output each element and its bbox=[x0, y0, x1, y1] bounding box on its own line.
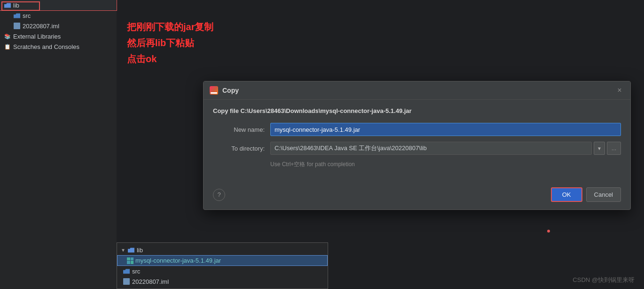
bottom-src-folder-icon bbox=[123, 267, 130, 275]
bottom-folder-icon bbox=[127, 246, 135, 254]
copy-dialog: Copy × Copy file C:\Users\28463\Download… bbox=[203, 81, 631, 210]
dialog-app-icon bbox=[209, 86, 219, 95]
annotation-line1: 把刚刚下载的jar复制 bbox=[127, 19, 213, 35]
ok-button[interactable]: OK bbox=[551, 187, 582, 202]
to-directory-label: To directory: bbox=[213, 145, 265, 152]
tree-item-scratches[interactable]: 📋 Scratches and Consoles bbox=[0, 41, 117, 52]
dialog-file-path: Copy file C:\Users\28463\Downloads\mysql… bbox=[213, 107, 621, 114]
directory-browse-button[interactable]: … bbox=[607, 142, 621, 155]
tree-label-lib: lib bbox=[13, 2, 19, 9]
scratch-icon: 📋 bbox=[4, 43, 11, 50]
new-name-label: New name: bbox=[213, 126, 265, 133]
cancel-button[interactable]: Cancel bbox=[586, 187, 621, 202]
folder-icon-src bbox=[13, 12, 21, 19]
bottom-tree-panel: ▼ lib mysql-connector-java-5.1.49.jar sr… bbox=[117, 242, 328, 289]
new-name-input[interactable] bbox=[270, 123, 621, 136]
project-tree: lib src 20220807.iml 📚 External Librarie… bbox=[0, 0, 117, 289]
dialog-title-bar: Copy × bbox=[204, 81, 630, 100]
help-button[interactable]: ? bbox=[213, 189, 225, 201]
tree-item-extlib[interactable]: 📚 External Libraries bbox=[0, 31, 117, 41]
bottom-tree-iml-item[interactable]: 20220807.iml bbox=[117, 276, 328, 287]
directory-dropdown-button[interactable]: ▼ bbox=[594, 142, 605, 155]
tree-label-src: src bbox=[23, 12, 31, 19]
new-name-row: New name: bbox=[213, 123, 621, 136]
dialog-buttons: OK Cancel bbox=[551, 187, 621, 202]
tree-item-lib[interactable]: lib bbox=[0, 0, 117, 10]
intellij-logo-icon bbox=[210, 86, 218, 95]
path-hint-text: Use Ctrl+空格 for path completion bbox=[213, 161, 621, 169]
iml-file-icon bbox=[13, 22, 21, 30]
extlib-icon: 📚 bbox=[4, 32, 11, 40]
bottom-tree-lib-header[interactable]: ▼ lib bbox=[117, 245, 328, 255]
chevron-down-icon: ▼ bbox=[121, 248, 126, 253]
tree-label-iml: 20220807.iml bbox=[23, 23, 59, 30]
tree-item-iml[interactable]: 20220807.iml bbox=[0, 21, 117, 31]
to-directory-input[interactable] bbox=[270, 142, 592, 155]
dialog-close-button[interactable]: × bbox=[614, 85, 625, 96]
directory-input-wrapper: ▼ … bbox=[270, 142, 621, 155]
folder-icon bbox=[4, 1, 11, 9]
csdn-text: CSDN @快到锅里来呀 bbox=[573, 276, 635, 283]
jar-file-icon bbox=[127, 257, 134, 264]
bottom-iml-label: 20220807.iml bbox=[132, 278, 169, 285]
dialog-title-text: Copy bbox=[222, 87, 614, 94]
dialog-footer: ? OK Cancel bbox=[204, 184, 630, 209]
annotation-area: 把刚刚下载的jar复制 然后再lib下粘贴 点击ok bbox=[127, 19, 213, 67]
annotation-line2: 然后再lib下粘贴 bbox=[127, 35, 213, 51]
tree-label-scratches: Scratches and Consoles bbox=[13, 43, 79, 50]
bottom-tree-jar-item[interactable]: mysql-connector-java-5.1.49.jar bbox=[117, 255, 328, 266]
bottom-iml-file-icon bbox=[123, 278, 130, 285]
annotation-line3: 点击ok bbox=[127, 51, 213, 67]
bottom-lib-label: lib bbox=[137, 247, 143, 254]
red-dot-indicator bbox=[547, 230, 550, 233]
bottom-tree-src-item[interactable]: src bbox=[117, 266, 328, 276]
bottom-jar-label: mysql-connector-java-5.1.49.jar bbox=[135, 257, 221, 264]
dialog-body: Copy file C:\Users\28463\Downloads\mysql… bbox=[204, 100, 630, 184]
to-directory-row: To directory: ▼ … bbox=[213, 142, 621, 155]
tree-label-extlib: External Libraries bbox=[13, 33, 61, 40]
bottom-src-label: src bbox=[132, 268, 140, 275]
tree-item-src[interactable]: src bbox=[0, 10, 117, 21]
csdn-watermark: CSDN @快到锅里来呀 bbox=[573, 276, 635, 284]
